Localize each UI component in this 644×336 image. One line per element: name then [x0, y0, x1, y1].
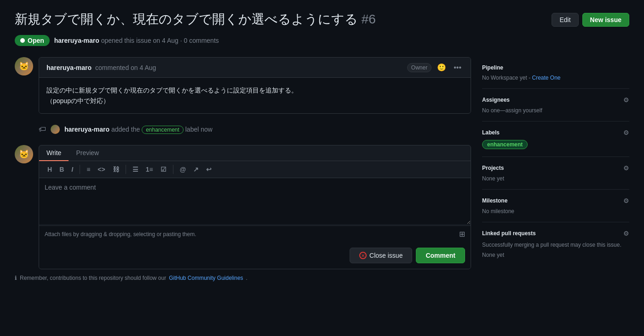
sidebar-pipeline-header: Pipeline [482, 64, 629, 71]
sidebar-assignees-title: Assignees [482, 97, 510, 103]
sidebar-assignees-section: Assignees ⚙ No one—assign yourself [482, 89, 629, 122]
activity-label-badge: enhancement [142, 126, 184, 134]
sidebar-milestone-title: Milestone [482, 197, 507, 204]
sidebar-milestone-header: Milestone ⚙ [482, 197, 629, 204]
sidebar-assignees-value: No one—assign yourself [482, 107, 629, 114]
issue-meta-text: hareruya-maro opened this issue on 4 Aug… [54, 37, 219, 44]
emoji-reaction-button[interactable]: 🙂 [435, 62, 448, 73]
comment-header-left: hareruya-maro commented on 4 Aug [46, 64, 156, 71]
comment-timestamp: commented on 4 Aug [95, 64, 156, 71]
close-issue-icon: ✕ [359, 252, 367, 259]
main-layout: 🐱 hareruya-maro commented on 4 Aug Owner [15, 57, 629, 281]
comment-avatar: 🐱 [15, 57, 33, 75]
assignees-gear-button[interactable]: ⚙ [623, 96, 629, 104]
toolbar-mention[interactable]: @ [177, 164, 189, 175]
avatar-image: 🐱 [15, 57, 33, 75]
issue-title: 新規タブで開くか、現在のタブで開くか選べるようにする #6 [15, 11, 376, 28]
sidebar-linked-pr-description: Successfully merging a pull request may … [482, 241, 629, 249]
community-guidelines-link[interactable]: GitHub Community Guidelines [169, 275, 243, 281]
sidebar-linked-pr-section: Linked pull requests ⚙ Successfully merg… [482, 222, 629, 266]
activity-row: 🏷 hareruya-maro added the enhancement la… [39, 121, 471, 138]
sidebar-assignees-header: Assignees ⚙ [482, 96, 629, 104]
close-issue-label: Close issue [369, 252, 402, 259]
comment-author[interactable]: hareruya-maro [46, 64, 92, 71]
sidebar-pipeline-title: Pipeline [482, 64, 503, 71]
info-icon: ℹ [15, 275, 17, 281]
issue-number: #6 [362, 12, 376, 26]
issue-opened-text: opened this issue on 4 Aug · 0 comments [101, 37, 219, 44]
editor-toolbar: H B I ≡ <> ⛓ ☰ 1≡ ☑ @ ↗ ↩ [39, 161, 471, 178]
sidebar-projects-section: Projects ⚙ None yet [482, 157, 629, 190]
toolbar-divider-3 [173, 165, 173, 174]
toolbar-code[interactable]: <> [95, 164, 108, 175]
activity-action: added the [111, 126, 140, 133]
comment-body: 設定の中に新規タブで開くか現在のタブで開くかを選べるように設定項目を追加する。 … [39, 78, 471, 113]
toolbar-numbered-list[interactable]: ≡ [84, 164, 93, 175]
toolbar-ordered-list[interactable]: 1≡ [143, 164, 156, 175]
edit-button[interactable]: Edit [552, 13, 578, 27]
comment-button[interactable]: Comment [416, 248, 465, 263]
tab-preview[interactable]: Preview [69, 145, 106, 161]
toolbar-italic[interactable]: I [69, 164, 76, 175]
issue-author-link[interactable]: hareruya-maro [54, 37, 99, 44]
content-area: 🐱 hareruya-maro commented on 4 Aug Owner [15, 57, 471, 281]
comment-block: 🐱 hareruya-maro commented on 4 Aug Owner [15, 57, 471, 114]
comment-header-right: Owner 🙂 ••• [407, 62, 463, 73]
comment-box: hareruya-maro commented on 4 Aug Owner 🙂… [39, 57, 471, 114]
comment-textarea[interactable] [39, 178, 471, 224]
info-period: . [246, 275, 247, 281]
new-issue-button[interactable]: New issue [582, 13, 629, 27]
toolbar-divider-1 [80, 165, 80, 174]
toolbar-bold[interactable]: B [57, 164, 67, 175]
reply-avatar: 🐱 [15, 145, 33, 163]
comment-header: hareruya-maro commented on 4 Aug Owner 🙂… [39, 58, 471, 78]
sidebar-linked-pr-header: Linked pull requests ⚙ [482, 230, 629, 237]
activity-avatar-image [51, 125, 60, 134]
sidebar-labels-section: Labels ⚙ enhancement [482, 122, 629, 157]
toolbar-task-list[interactable]: ☑ [158, 164, 169, 175]
status-dot [20, 38, 25, 43]
status-label: Open [28, 37, 44, 44]
sidebar-labels-value: enhancement [482, 140, 629, 149]
editor-tabs: Write Preview [39, 145, 471, 161]
activity-author-link[interactable]: hareruya-maro [64, 126, 109, 133]
activity-avatar [51, 125, 60, 134]
editor-footer: Attach files by dragging & dropping, sel… [39, 226, 471, 242]
toolbar-heading[interactable]: H [45, 164, 55, 175]
info-text: Remember, contributions to this reposito… [20, 275, 166, 281]
issue-meta: Open hareruya-maro opened this issue on … [15, 35, 629, 46]
sidebar-projects-header: Projects ⚙ [482, 164, 629, 172]
owner-badge: Owner [407, 63, 431, 72]
sidebar-pipeline-value: No Workspace yet - Create One [482, 75, 629, 81]
comment-body-line1: 設定の中に新規タブで開くか現在のタブで開くかを選べるように設定項目を追加する。 [46, 85, 463, 95]
sidebar-labels-header: Labels ⚙ [482, 129, 629, 136]
tab-write[interactable]: Write [39, 145, 69, 161]
labels-gear-button[interactable]: ⚙ [623, 129, 629, 136]
projects-gear-button[interactable]: ⚙ [623, 164, 629, 172]
comment-timestamp-prefix: commented on [95, 64, 138, 71]
editor-box: Write Preview H B I ≡ <> ⛓ ☰ 1≡ [39, 145, 471, 269]
toolbar-link[interactable]: ⛓ [110, 164, 122, 175]
pipeline-create-link[interactable]: Create One [532, 75, 560, 81]
toolbar-bullet-list[interactable]: ☰ [130, 164, 141, 175]
attach-text: Attach files by dragging & dropping, sel… [45, 231, 196, 238]
comment-body-line2: （popupの中で対応） [46, 96, 463, 106]
toolbar-undo[interactable]: ↩ [203, 164, 214, 175]
sidebar-labels-title: Labels [482, 129, 500, 136]
activity-text: hareruya-maro added the enhancement labe… [64, 126, 213, 133]
label-enhancement-badge: enhancement [482, 140, 528, 149]
sidebar-milestone-value: No milestone [482, 208, 629, 214]
linked-pr-gear-button[interactable]: ⚙ [623, 230, 629, 237]
toolbar-ref[interactable]: ↗ [190, 164, 201, 175]
attach-icon: ⊞ [459, 230, 465, 238]
pipeline-no-workspace: No Workspace yet - [482, 75, 532, 81]
sidebar-pipeline-section: Pipeline No Workspace yet - Create One [482, 57, 629, 89]
comment-more-button[interactable]: ••• [452, 63, 463, 73]
sidebar-linked-pr-value: None yet [482, 252, 629, 258]
reply-avatar-image: 🐱 [15, 145, 33, 163]
close-issue-button[interactable]: ✕ Close issue [350, 248, 412, 263]
comment-timestamp-value: 4 Aug [140, 64, 156, 71]
sidebar-milestone-section: Milestone ⚙ No milestone [482, 190, 629, 222]
milestone-gear-button[interactable]: ⚙ [623, 197, 629, 204]
activity-suffix: label now [185, 126, 213, 133]
